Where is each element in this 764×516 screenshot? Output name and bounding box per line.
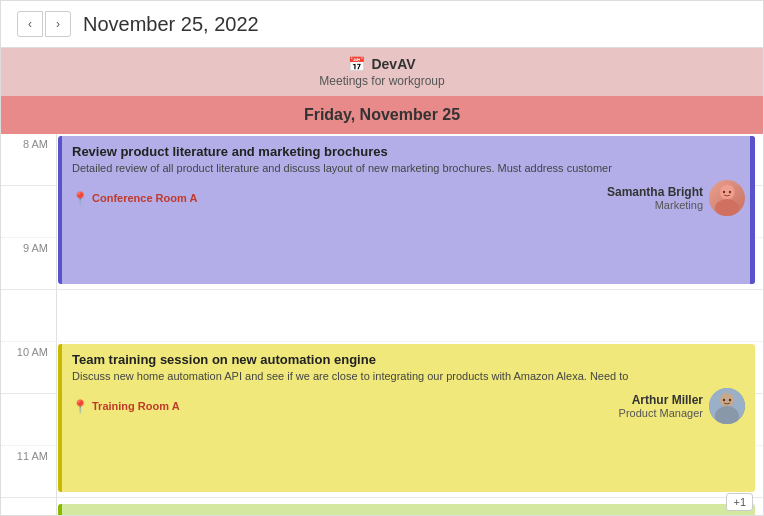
event-footer-2: 📍 Training Room A Arthur Miller Product … <box>72 388 745 424</box>
person-role-2: Product Manager <box>619 407 703 419</box>
time-label-8am: 8 AM <box>1 134 56 185</box>
pin-icon-1: 📍 <box>72 191 88 206</box>
time-label-11am: 11 AM <box>1 446 56 497</box>
event-desc-2: Discuss new home automation API and see … <box>72 370 745 382</box>
event-title-1: Review product literature and marketing … <box>72 144 745 159</box>
calendar-body: 8 AM 9 AM 10 AM <box>1 134 763 515</box>
more-badge[interactable]: +1 <box>726 493 753 511</box>
svg-point-8 <box>723 399 725 401</box>
workgroup-name: DevAV <box>371 56 415 72</box>
person-name-1: Samantha Bright <box>607 185 703 199</box>
svg-point-3 <box>723 191 725 193</box>
time-label-10am: 10 AM <box>1 342 56 393</box>
person-role-1: Marketing <box>607 199 703 211</box>
svg-point-6 <box>720 393 734 407</box>
event-location-1: 📍 Conference Room A <box>72 191 197 206</box>
svg-point-9 <box>729 399 731 401</box>
prev-button[interactable]: ‹ <box>17 11 43 37</box>
event-person-1: Samantha Bright Marketing <box>607 180 745 216</box>
event-title-3: Board of Directors meeting <box>72 512 745 515</box>
header-date: November 25, 2022 <box>83 13 259 36</box>
day-header: Friday, November 25 <box>1 96 763 134</box>
event-accent-1 <box>750 136 755 284</box>
person-info-1: Samantha Bright Marketing <box>607 185 703 211</box>
workgroup-banner: 📅 DevAV Meetings for workgroup <box>1 48 763 96</box>
person-name-2: Arthur Miller <box>619 393 703 407</box>
avatar-2 <box>709 388 745 424</box>
event-location-label-2: Training Room A <box>92 400 180 412</box>
header-bar: ‹ › November 25, 2022 <box>1 1 763 48</box>
workgroup-subtitle: Meetings for workgroup <box>9 74 755 88</box>
event-location-2: 📍 Training Room A <box>72 399 180 414</box>
pin-icon-2: 📍 <box>72 399 88 414</box>
nav-buttons: ‹ › <box>17 11 71 37</box>
svg-point-2 <box>720 185 734 199</box>
workgroup-title: 📅 DevAV <box>9 56 755 72</box>
svg-point-1 <box>715 199 739 216</box>
avatar-1 <box>709 180 745 216</box>
next-button[interactable]: › <box>45 11 71 37</box>
time-label-9am: 9 AM <box>1 238 56 289</box>
event-desc-1: Detailed review of all product literatur… <box>72 162 745 174</box>
time-label-1030 <box>1 394 56 445</box>
calendar-container: ‹ › November 25, 2022 📅 DevAV Meetings f… <box>0 0 764 516</box>
event-card-3[interactable]: Board of Directors meeting Demonstrate n… <box>58 504 755 515</box>
time-label-1130 <box>1 498 56 515</box>
event-location-label-1: Conference Room A <box>92 192 197 204</box>
event-card-2[interactable]: Team training session on new automation … <box>58 344 755 492</box>
time-label-830 <box>1 186 56 237</box>
workgroup-icon: 📅 <box>348 56 365 72</box>
event-title-2: Team training session on new automation … <box>72 352 745 367</box>
time-label-930 <box>1 290 56 341</box>
event-person-2: Arthur Miller Product Manager <box>619 388 745 424</box>
event-card-1[interactable]: Review product literature and marketing … <box>58 136 755 284</box>
person-info-2: Arthur Miller Product Manager <box>619 393 703 419</box>
events-overlay: Review product literature and marketing … <box>56 134 763 515</box>
svg-point-4 <box>729 191 731 193</box>
event-footer-1: 📍 Conference Room A Samantha Bright Mark… <box>72 180 745 216</box>
